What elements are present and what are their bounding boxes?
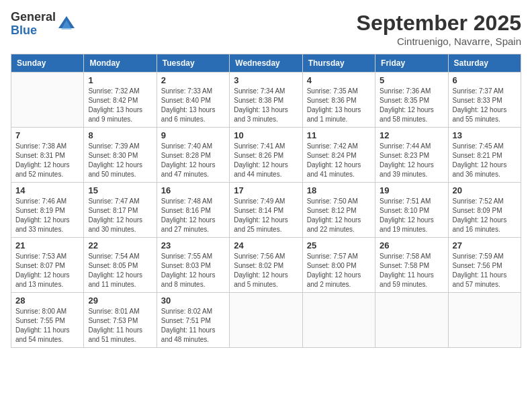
calendar-cell [448, 293, 521, 348]
day-number: 28 [15, 295, 79, 306]
day-info: Sunrise: 7:55 AMSunset: 8:03 PMDaylight:… [161, 252, 225, 289]
calendar-cell: 10Sunrise: 7:41 AMSunset: 8:26 PMDayligh… [230, 128, 302, 183]
calendar-cell: 28Sunrise: 8:00 AMSunset: 7:55 PMDayligh… [11, 293, 84, 348]
calendar-week-row: 21Sunrise: 7:53 AMSunset: 8:07 PMDayligh… [11, 238, 521, 293]
calendar-cell: 15Sunrise: 7:47 AMSunset: 8:17 PMDayligh… [84, 183, 157, 238]
calendar-cell: 9Sunrise: 7:40 AMSunset: 8:28 PMDaylight… [157, 128, 229, 183]
day-number: 25 [307, 240, 371, 250]
day-number: 3 [234, 75, 298, 85]
day-info: Sunrise: 7:37 AMSunset: 8:33 PMDaylight:… [453, 87, 517, 124]
day-info: Sunrise: 7:42 AMSunset: 8:24 PMDaylight:… [307, 142, 371, 179]
day-number: 19 [380, 185, 443, 195]
calendar-cell: 20Sunrise: 7:52 AMSunset: 8:09 PMDayligh… [448, 183, 521, 238]
location-subtitle: Cintruenigo, Navarre, Spain [357, 36, 521, 47]
calendar-cell: 16Sunrise: 7:48 AMSunset: 8:16 PMDayligh… [157, 183, 229, 238]
day-number: 18 [307, 185, 371, 195]
calendar-cell: 7Sunrise: 7:38 AMSunset: 8:31 PMDaylight… [11, 128, 84, 183]
calendar-cell: 4Sunrise: 7:35 AMSunset: 8:36 PMDaylight… [302, 73, 375, 128]
day-info: Sunrise: 7:52 AMSunset: 8:09 PMDaylight:… [453, 197, 517, 234]
day-info: Sunrise: 7:32 AMSunset: 8:42 PMDaylight:… [88, 87, 152, 124]
calendar-cell: 27Sunrise: 7:59 AMSunset: 7:56 PMDayligh… [448, 238, 521, 293]
day-number: 14 [15, 185, 79, 195]
calendar-cell [230, 293, 302, 348]
day-info: Sunrise: 7:50 AMSunset: 8:12 PMDaylight:… [307, 197, 371, 234]
header: General Blue September 2025 Cintruenigo,… [11, 11, 521, 47]
day-number: 17 [234, 185, 298, 195]
day-info: Sunrise: 7:57 AMSunset: 8:00 PMDaylight:… [307, 252, 371, 289]
calendar-cell: 22Sunrise: 7:54 AMSunset: 8:05 PMDayligh… [84, 238, 157, 293]
calendar-cell: 25Sunrise: 7:57 AMSunset: 8:00 PMDayligh… [302, 238, 375, 293]
day-number: 12 [380, 130, 443, 140]
calendar-cell [375, 293, 448, 348]
day-number: 1 [88, 75, 152, 85]
calendar-cell: 14Sunrise: 7:46 AMSunset: 8:19 PMDayligh… [11, 183, 84, 238]
calendar-cell: 5Sunrise: 7:36 AMSunset: 8:35 PMDaylight… [375, 73, 448, 128]
calendar-week-row: 28Sunrise: 8:00 AMSunset: 7:55 PMDayligh… [11, 293, 521, 348]
calendar-cell: 8Sunrise: 7:39 AMSunset: 8:30 PMDaylight… [84, 128, 157, 183]
day-number: 7 [15, 130, 79, 140]
day-info: Sunrise: 7:39 AMSunset: 8:30 PMDaylight:… [88, 142, 152, 179]
logo-general-text: General [11, 11, 56, 24]
calendar-cell: 11Sunrise: 7:42 AMSunset: 8:24 PMDayligh… [302, 128, 375, 183]
day-info: Sunrise: 7:49 AMSunset: 8:14 PMDaylight:… [234, 197, 298, 234]
weekday-header: Saturday [448, 54, 521, 73]
day-info: Sunrise: 7:48 AMSunset: 8:16 PMDaylight:… [161, 197, 225, 234]
calendar-cell: 1Sunrise: 7:32 AMSunset: 8:42 PMDaylight… [84, 73, 157, 128]
day-info: Sunrise: 8:02 AMSunset: 7:51 PMDaylight:… [161, 307, 225, 345]
calendar-cell: 3Sunrise: 7:34 AMSunset: 8:38 PMDaylight… [230, 73, 302, 128]
day-info: Sunrise: 8:00 AMSunset: 7:55 PMDaylight:… [15, 307, 79, 345]
calendar-cell: 18Sunrise: 7:50 AMSunset: 8:12 PMDayligh… [302, 183, 375, 238]
calendar-cell: 30Sunrise: 8:02 AMSunset: 7:51 PMDayligh… [157, 293, 229, 348]
day-number: 24 [234, 240, 298, 250]
calendar-cell: 17Sunrise: 7:49 AMSunset: 8:14 PMDayligh… [230, 183, 302, 238]
month-title: September 2025 [357, 11, 521, 36]
weekday-header-row: SundayMondayTuesdayWednesdayThursdayFrid… [11, 54, 521, 73]
day-info: Sunrise: 8:01 AMSunset: 7:53 PMDaylight:… [88, 307, 152, 345]
day-number: 29 [88, 295, 152, 306]
day-number: 6 [453, 75, 517, 85]
weekday-header: Friday [375, 54, 448, 73]
calendar-week-row: 1Sunrise: 7:32 AMSunset: 8:42 PMDaylight… [11, 73, 521, 128]
day-number: 21 [15, 240, 79, 250]
day-info: Sunrise: 7:47 AMSunset: 8:17 PMDaylight:… [88, 197, 152, 234]
calendar-table: SundayMondayTuesdayWednesdayThursdayFrid… [11, 54, 521, 348]
day-info: Sunrise: 7:36 AMSunset: 8:35 PMDaylight:… [380, 87, 443, 124]
calendar-cell: 24Sunrise: 7:56 AMSunset: 8:02 PMDayligh… [230, 238, 302, 293]
title-section: September 2025 Cintruenigo, Navarre, Spa… [357, 11, 521, 47]
day-info: Sunrise: 7:54 AMSunset: 8:05 PMDaylight:… [88, 252, 152, 289]
day-number: 16 [161, 185, 225, 195]
logo-blue-text: Blue [11, 24, 56, 38]
weekday-header: Sunday [11, 54, 84, 73]
calendar-week-row: 14Sunrise: 7:46 AMSunset: 8:19 PMDayligh… [11, 183, 521, 238]
day-number: 15 [88, 185, 152, 195]
day-info: Sunrise: 7:56 AMSunset: 8:02 PMDaylight:… [234, 252, 298, 289]
calendar-cell: 6Sunrise: 7:37 AMSunset: 8:33 PMDaylight… [448, 73, 521, 128]
day-number: 26 [380, 240, 443, 250]
day-number: 4 [307, 75, 371, 85]
day-info: Sunrise: 7:53 AMSunset: 8:07 PMDaylight:… [15, 252, 79, 289]
calendar-cell: 23Sunrise: 7:55 AMSunset: 8:03 PMDayligh… [157, 238, 229, 293]
day-number: 8 [88, 130, 152, 140]
logo: General Blue [11, 11, 76, 38]
weekday-header: Thursday [302, 54, 375, 73]
day-info: Sunrise: 7:58 AMSunset: 7:58 PMDaylight:… [380, 252, 443, 289]
day-info: Sunrise: 7:34 AMSunset: 8:38 PMDaylight:… [234, 87, 298, 124]
calendar-cell: 19Sunrise: 7:51 AMSunset: 8:10 PMDayligh… [375, 183, 448, 238]
calendar-week-row: 7Sunrise: 7:38 AMSunset: 8:31 PMDaylight… [11, 128, 521, 183]
day-info: Sunrise: 7:40 AMSunset: 8:28 PMDaylight:… [161, 142, 225, 179]
calendar-cell: 2Sunrise: 7:33 AMSunset: 8:40 PMDaylight… [157, 73, 229, 128]
day-number: 10 [234, 130, 298, 140]
calendar-cell: 21Sunrise: 7:53 AMSunset: 8:07 PMDayligh… [11, 238, 84, 293]
calendar-cell: 26Sunrise: 7:58 AMSunset: 7:58 PMDayligh… [375, 238, 448, 293]
day-info: Sunrise: 7:33 AMSunset: 8:40 PMDaylight:… [161, 87, 225, 124]
day-info: Sunrise: 7:44 AMSunset: 8:23 PMDaylight:… [380, 142, 443, 179]
day-number: 27 [453, 240, 517, 250]
day-info: Sunrise: 7:45 AMSunset: 8:21 PMDaylight:… [453, 142, 517, 179]
weekday-header: Tuesday [157, 54, 229, 73]
day-number: 2 [161, 75, 225, 85]
day-number: 23 [161, 240, 225, 250]
day-info: Sunrise: 7:59 AMSunset: 7:56 PMDaylight:… [453, 252, 517, 289]
weekday-header: Monday [84, 54, 157, 73]
day-info: Sunrise: 7:46 AMSunset: 8:19 PMDaylight:… [15, 197, 79, 234]
day-number: 30 [161, 295, 225, 306]
